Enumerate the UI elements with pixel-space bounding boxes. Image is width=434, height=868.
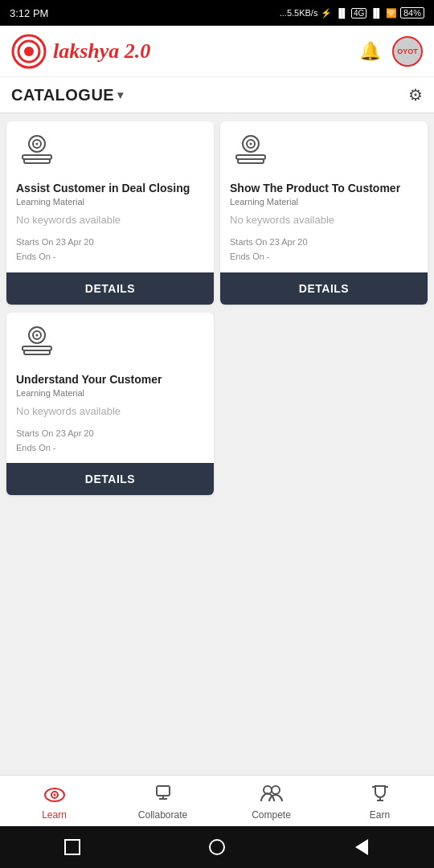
nav-item-learn[interactable]: Learn (0, 784, 108, 821)
android-nav-bar (0, 826, 434, 868)
svg-rect-17 (24, 350, 50, 354)
logo-bullseye-icon (11, 34, 47, 69)
earn-trophy-icon (371, 784, 389, 807)
earn-label: Earn (370, 809, 390, 821)
collaborate-label: Collaborate (138, 809, 187, 821)
bottom-nav: Learn Collaborate Compete (0, 775, 434, 826)
card-2-dates: Starts On 23 Apr 20 Ends On - (230, 235, 418, 264)
card-1-dates: Starts On 23 Apr 20 Ends On - (16, 235, 204, 264)
time: 3:12 PM (10, 7, 48, 19)
learning-material-icon-2 (230, 129, 272, 171)
status-bar: 3:12 PM ...5.5KB/s ⚡ ▐▌ 4G ▐▌ 🛜 84% (0, 0, 434, 26)
data-speed: ...5.5KB/s (280, 8, 318, 18)
main-content: Assist Customer in Deal Closing Learning… (0, 113, 434, 811)
card-show-product: Show The Product To Customer Learning Ma… (220, 121, 428, 305)
collaborate-icon (153, 784, 174, 807)
card-2-details-button[interactable]: DETAILS (220, 272, 428, 305)
android-back-button[interactable] (206, 836, 228, 858)
card-1-type: Learning Material (16, 197, 204, 207)
wifi-icon: 🛜 (386, 8, 397, 18)
card-1-details-button[interactable]: DETAILS (6, 272, 214, 305)
card-3-dates: Starts On 23 Apr 20 Ends On - (16, 427, 204, 455)
svg-point-25 (272, 786, 280, 794)
4g-icon: 4G (351, 8, 366, 18)
learn-label: Learn (42, 809, 67, 821)
card-3-title: Understand Your Customer (16, 372, 204, 387)
card-icon-area (16, 129, 204, 174)
svg-rect-21 (157, 786, 170, 796)
bluetooth-icon: ⚡ (321, 8, 332, 18)
header-actions[interactable]: 🔔 OYOT (359, 36, 423, 67)
nav-item-compete[interactable]: Compete (217, 784, 326, 821)
signal-icon: ▐▌ (335, 8, 348, 18)
signal2-icon: ▐▌ (370, 8, 383, 18)
card-1-title: Assist Customer in Deal Closing (16, 181, 204, 195)
square-icon (64, 839, 80, 855)
app-name: lakshya 2.0 (53, 39, 150, 63)
learning-material-icon (16, 129, 58, 171)
card-3-type: Learning Material (16, 388, 204, 398)
catalogue-bar: CATALOGUE ▾ ⚙ (0, 77, 434, 113)
cards-row-2: Understand Your Customer Learning Materi… (0, 313, 434, 560)
learning-material-icon-3 (16, 321, 58, 362)
compete-label: Compete (252, 809, 291, 821)
card-3-keywords: No keywords available (16, 404, 204, 419)
card-body: Assist Customer in Deal Closing Learning… (6, 121, 214, 272)
card-2-keywords: No keywords available (230, 213, 418, 227)
svg-point-10 (250, 143, 252, 145)
cards-grid: Assist Customer in Deal Closing Learning… (0, 113, 434, 313)
android-home-button[interactable] (61, 836, 84, 858)
card-icon-area (230, 129, 418, 174)
learn-eye-icon (44, 784, 65, 807)
card-icon-area (16, 321, 204, 366)
nav-item-earn[interactable]: Earn (326, 784, 434, 821)
triangle-icon (355, 839, 368, 855)
card-2-title: Show The Product To Customer (230, 181, 418, 195)
svg-point-15 (36, 334, 39, 336)
status-icons: ...5.5KB/s ⚡ ▐▌ 4G ▐▌ 🛜 84% (280, 7, 424, 18)
app-header: lakshya 2.0 🔔 OYOT (0, 26, 434, 77)
svg-point-5 (36, 143, 39, 145)
nav-item-collaborate[interactable]: Collaborate (108, 784, 217, 821)
card-understand-customer: Understand Your Customer Learning Materi… (6, 313, 214, 496)
svg-point-20 (53, 794, 55, 796)
card-3-details-button[interactable]: DETAILS (6, 463, 214, 495)
compete-icon (260, 784, 283, 807)
user-avatar[interactable]: OYOT (392, 36, 423, 67)
card-1-keywords: No keywords available (16, 213, 204, 227)
logo-area: lakshya 2.0 (11, 34, 150, 69)
svg-rect-7 (24, 159, 50, 163)
circle-icon (209, 839, 225, 855)
android-recents-button[interactable] (350, 836, 373, 858)
battery-icon: 84% (400, 7, 424, 18)
svg-rect-12 (238, 159, 264, 163)
chevron-down-icon: ▾ (117, 88, 124, 101)
notification-bell-icon[interactable]: 🔔 (359, 41, 381, 62)
card-body: Understand Your Customer Learning Materi… (6, 313, 214, 464)
catalogue-dropdown[interactable]: CATALOGUE ▾ (11, 86, 124, 104)
svg-point-2 (24, 47, 34, 56)
filter-icon[interactable]: ⚙ (408, 85, 423, 104)
card-2-type: Learning Material (230, 197, 418, 207)
card-body: Show The Product To Customer Learning Ma… (220, 121, 428, 272)
card-assist-customer: Assist Customer in Deal Closing Learning… (6, 121, 214, 305)
